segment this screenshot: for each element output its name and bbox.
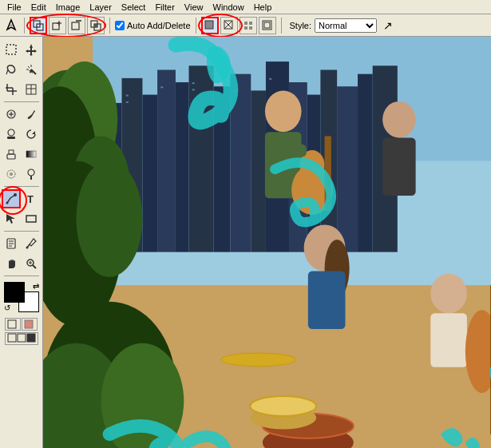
quick-mask-mode-btn[interactable]	[22, 318, 38, 331]
pen-tool-indicator	[3, 18, 19, 34]
svg-rect-87	[337, 86, 358, 252]
svg-rect-82	[251, 90, 266, 252]
canvas-svg	[43, 37, 491, 448]
zoom-tool-btn[interactable]	[22, 254, 41, 273]
svg-point-120	[430, 274, 467, 314]
dodge-tool-btn[interactable]	[22, 165, 41, 184]
auto-add-delete-label: Auto Add/Delete	[127, 21, 191, 30]
svg-point-40	[8, 129, 14, 136]
toolbar: T	[0, 37, 43, 448]
menubar-item-help[interactable]: Help	[250, 2, 276, 13]
eyedropper-tool-btn[interactable]	[22, 234, 41, 253]
svg-rect-21	[264, 22, 270, 28]
style-dropdown[interactable]: Normal Fixed Ratio Fixed Size	[315, 18, 377, 33]
svg-rect-45	[26, 151, 36, 157]
svg-rect-77	[157, 69, 176, 252]
text-tool-btn[interactable]: T	[22, 189, 41, 208]
auto-add-delete-checkbox[interactable]	[115, 21, 125, 30]
main-area: T	[0, 37, 491, 448]
svg-point-60	[26, 247, 29, 249]
subtract-shape-btn[interactable]	[68, 17, 85, 34]
pen-tool-btn[interactable]	[2, 189, 21, 208]
svg-point-1	[10, 24, 13, 27]
svg-rect-94	[160, 86, 163, 88]
svg-rect-96	[192, 89, 195, 90]
svg-rect-16	[244, 22, 247, 25]
menubar-item-layer[interactable]: Layer	[85, 2, 116, 13]
svg-rect-44	[9, 150, 14, 154]
history-brush-tool-btn[interactable]	[22, 125, 41, 144]
swap-colors-icon[interactable]: ⇄	[33, 282, 39, 291]
menubar-item-file[interactable]: File	[3, 2, 26, 13]
svg-marker-53	[6, 214, 15, 224]
hand-tool-btn[interactable]	[2, 254, 21, 273]
standard-mode-btn[interactable]	[5, 318, 21, 331]
svg-line-27	[28, 66, 30, 68]
svg-rect-66	[25, 320, 33, 328]
svg-rect-121	[430, 313, 467, 367]
menubar-item-image[interactable]: Image	[52, 2, 85, 13]
crop-tool-btn[interactable]	[2, 80, 21, 99]
reset-colors-icon[interactable]: ↺	[4, 303, 10, 312]
svg-rect-114	[265, 145, 307, 157]
new-shape-layer-btn[interactable]	[30, 17, 47, 34]
menubar-item-view[interactable]: View	[180, 2, 208, 13]
svg-point-105	[76, 161, 142, 277]
app-window: File Edit Image Layer Select Filter View…	[0, 0, 491, 448]
move-tool-btn[interactable]	[22, 40, 41, 59]
svg-point-128	[221, 353, 295, 367]
slice-tool-btn[interactable]	[22, 80, 41, 99]
svg-rect-4	[53, 23, 59, 30]
svg-rect-76	[142, 95, 157, 252]
svg-rect-18	[244, 26, 247, 30]
svg-rect-69	[27, 334, 35, 342]
shape-btn-2[interactable]	[220, 17, 238, 34]
svg-point-115	[382, 101, 415, 138]
menubar-item-filter[interactable]: Filter	[151, 2, 178, 13]
eraser-tool-btn[interactable]	[2, 145, 21, 164]
svg-text:T: T	[27, 193, 34, 205]
cursor-icon: ↗	[383, 19, 393, 32]
svg-rect-88	[358, 74, 373, 252]
tool-row-10	[2, 234, 41, 253]
svg-point-51	[6, 202, 9, 204]
path-select-tool-btn[interactable]	[2, 209, 21, 228]
tool-row-2	[2, 60, 41, 79]
menubar-item-select[interactable]: Select	[117, 2, 150, 13]
svg-point-50	[14, 193, 17, 196]
notes-tool-btn[interactable]	[2, 234, 21, 253]
svg-point-47	[10, 172, 13, 176]
shape-tool-btn[interactable]	[22, 209, 41, 228]
tool-row-4	[2, 105, 41, 124]
svg-rect-43	[7, 154, 15, 159]
magic-wand-tool-btn[interactable]	[22, 60, 41, 79]
svg-rect-11	[94, 24, 97, 27]
heal-tool-btn[interactable]	[2, 105, 21, 124]
screen-mode-btn[interactable]	[5, 332, 38, 345]
svg-rect-95	[192, 82, 195, 84]
auto-add-delete-group: Auto Add/Delete	[115, 21, 191, 30]
svg-marker-42	[32, 131, 35, 134]
blur-tool-btn[interactable]	[2, 165, 21, 184]
svg-line-24	[6, 69, 8, 74]
add-shape-btn[interactable]	[49, 17, 66, 34]
svg-rect-67	[8, 334, 16, 342]
svg-rect-12	[205, 21, 213, 29]
menubar-item-edit[interactable]: Edit	[27, 2, 50, 13]
shape-btn-4[interactable]	[259, 17, 276, 34]
svg-rect-116	[382, 138, 415, 196]
svg-line-62	[33, 265, 36, 268]
intersect-shape-btn[interactable]	[87, 17, 105, 34]
shape-btn-1[interactable]	[201, 17, 219, 34]
gradient-tool-btn[interactable]	[22, 145, 41, 164]
menubar-item-window[interactable]: Window	[209, 2, 248, 13]
tool-mode-row	[5, 318, 38, 331]
marquee-tool-btn[interactable]	[2, 40, 21, 59]
svg-point-109	[265, 90, 302, 132]
tool-mode-box	[4, 318, 39, 347]
lasso-tool-btn[interactable]	[2, 60, 21, 79]
foreground-color-swatch[interactable]	[4, 282, 25, 303]
shape-btn-3[interactable]	[240, 17, 257, 34]
stamp-tool-btn[interactable]	[2, 125, 21, 144]
brush-tool-btn[interactable]	[22, 105, 41, 124]
